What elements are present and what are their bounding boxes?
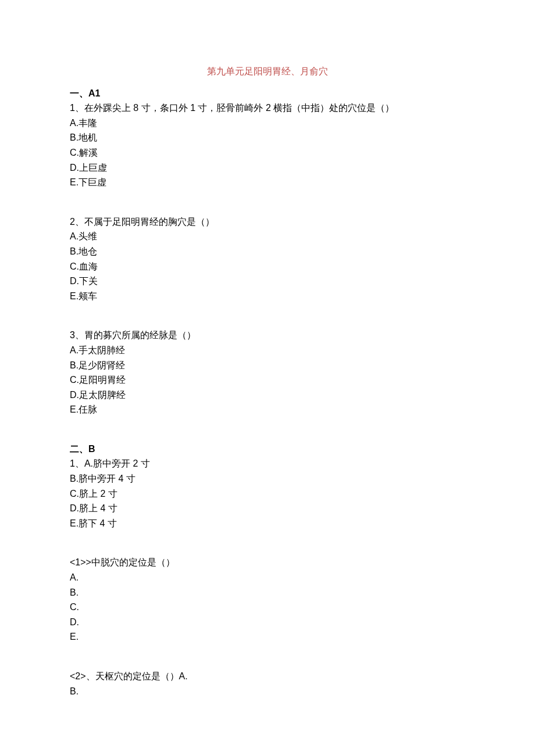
option-d: D.足太阴脾经	[70, 388, 465, 403]
option-b: B.脐中旁开 4 寸	[70, 471, 465, 486]
option-a: A.头维	[70, 229, 465, 244]
option-c: C.血海	[70, 259, 465, 274]
question-text: 1、在外踝尖上 8 寸，条口外 1 寸，胫骨前崎外 2 横指（中指）处的穴位是（…	[70, 101, 465, 116]
option-e: E.下巨虚	[70, 175, 465, 190]
option-b: B.	[70, 585, 465, 600]
option-b: B.	[70, 684, 465, 699]
section-b-sub1: <1>>中脱穴的定位是（） A. B. C. D. E.	[70, 555, 465, 644]
option-b: B.地机	[70, 130, 465, 145]
option-d: D.上巨虚	[70, 160, 465, 175]
option-b: B.地仓	[70, 244, 465, 259]
section-b-header: 二、B	[70, 444, 95, 454]
shared-stem-text: 1、A.脐中旁开 2 寸	[70, 456, 465, 471]
question-text: <1>>中脱穴的定位是（）	[70, 555, 465, 570]
option-e: E.任脉	[70, 402, 465, 417]
option-a: A.手太阴肺经	[70, 343, 465, 358]
section-a-q1: 一、A1 1、在外踝尖上 8 寸，条口外 1 寸，胫骨前崎外 2 横指（中指）处…	[70, 86, 465, 190]
option-d: D.下关	[70, 274, 465, 289]
option-c: C.	[70, 600, 465, 615]
section-a-q3: 3、胃的募穴所属的经脉是（） A.手太阴肺经 B.足少阴肾经 C.足阳明胃经 D…	[70, 328, 465, 417]
option-a: A.	[70, 570, 465, 585]
option-a: A.丰隆	[70, 116, 465, 131]
section-a-header: 一、A1	[70, 88, 100, 98]
option-e: E.颊车	[70, 289, 465, 304]
section-b-shared: 二、B 1、A.脐中旁开 2 寸 B.脐中旁开 4 寸 C.脐上 2 寸 D.脐…	[70, 442, 465, 531]
option-d: D.	[70, 615, 465, 630]
option-e: E.脐下 4 寸	[70, 516, 465, 531]
option-e: E.	[70, 629, 465, 644]
question-text: 3、胃的募穴所属的经脉是（）	[70, 328, 465, 343]
option-b: B.足少阴肾经	[70, 358, 465, 373]
option-c: C.脐上 2 寸	[70, 486, 465, 501]
question-text: 2、不属于足阳明胃经的胸穴是（）	[70, 214, 465, 230]
section-a-q2: 2、不属于足阳明胃经的胸穴是（） A.头维 B.地仓 C.血海 D.下关 E.颊…	[70, 214, 465, 304]
section-b-sub2: <2>、天枢穴的定位是（）A. B.	[70, 669, 465, 698]
question-text: <2>、天枢穴的定位是（）A.	[70, 669, 465, 684]
option-d: D.脐上 4 寸	[70, 501, 465, 516]
option-c: C.足阳明胃经	[70, 372, 465, 388]
document-title: 第九单元足阳明胃经、月俞穴	[70, 64, 465, 79]
option-c: C.解溪	[70, 145, 465, 160]
